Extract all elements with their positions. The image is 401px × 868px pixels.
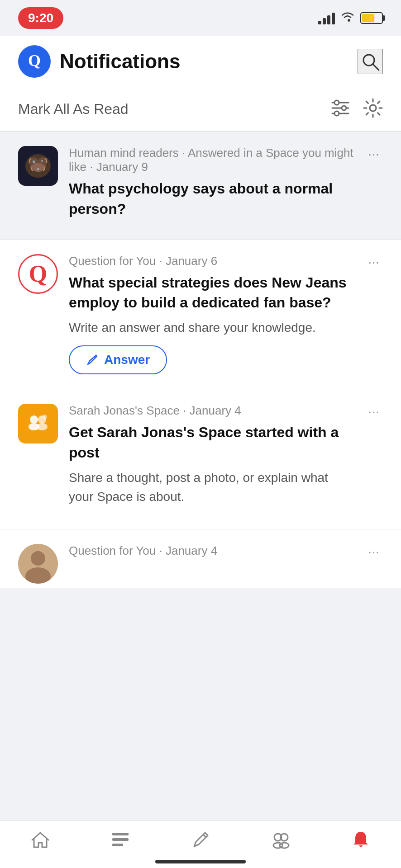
svg-line-3 [373,64,379,70]
notification-avatar [18,146,58,186]
nav-item-feed[interactable] [110,830,130,854]
search-button[interactable] [358,49,383,74]
svg-point-8 [342,106,346,110]
signal-icon [318,12,335,24]
mark-all-read-button[interactable]: Mark All As Read [18,101,129,118]
svg-point-25 [31,551,45,566]
nav-item-home[interactable] [30,830,50,854]
svg-rect-27 [112,833,129,835]
notification-avatar [18,544,58,584]
notification-item-partial[interactable]: Question for You · January 4 ··· [0,529,401,588]
notification-title: What psychology says about a normal pers… [69,179,353,219]
svg-line-30 [203,835,206,837]
svg-rect-29 [112,844,123,846]
status-icons: ⚡ [318,10,383,26]
header-left: Q Notifications [18,45,180,78]
notification-avatar: Q [18,254,58,294]
svg-rect-28 [112,838,129,841]
home-icon [30,830,50,854]
notification-item[interactable]: Sarah Jonas's Space · January 4 Get Sara… [0,389,401,529]
svg-point-10 [370,105,376,111]
toolbar: Mark All As Read [0,87,401,132]
spaces-icon [271,830,291,854]
app-logo: Q [18,45,51,78]
notification-meta: Question for You · January 6 [69,254,353,268]
svg-point-16 [41,160,43,162]
page-title: Notifications [60,50,180,73]
answer-button[interactable]: Answer [69,345,167,374]
svg-point-19 [30,415,38,424]
notification-content: Question for You · January 6 What specia… [69,254,353,375]
bell-icon [351,830,371,854]
svg-point-22 [37,423,48,430]
notification-content: Question for You · January 4 [69,544,353,562]
battery-icon: ⚡ [360,12,383,24]
notification-title: What special strategies does New Jeans e… [69,273,353,313]
notification-body: Write an answer and share your knowledge… [69,318,353,337]
answer-label: Answer [104,353,150,367]
svg-point-35 [280,843,289,848]
notification-content: Human mind readers · Answered in a Space… [69,146,353,225]
notification-item[interactable]: Q Question for You · January 6 What spec… [0,240,401,390]
header: Q Notifications [0,36,401,87]
feed-icon [110,830,130,854]
notification-item[interactable]: Human mind readers · Answered in a Space… [0,132,401,240]
write-icon [191,830,210,854]
svg-point-23 [43,415,47,419]
more-options-button[interactable]: ··· [364,146,383,161]
svg-point-15 [33,160,35,163]
notification-meta: Sarah Jonas's Space · January 4 [69,404,353,418]
notification-avatar [18,404,58,443]
notification-meta: Human mind readers · Answered in a Space… [69,146,353,174]
more-options-button[interactable]: ··· [364,544,383,559]
svg-point-7 [334,100,339,105]
svg-point-14 [32,163,44,172]
toolbar-actions [330,98,383,120]
svg-point-9 [334,111,339,116]
nav-item-spaces[interactable] [271,830,291,854]
nav-item-notifications[interactable] [351,830,371,854]
home-indicator [155,860,246,863]
status-time: 9:20 [18,7,63,29]
more-options-button[interactable]: ··· [364,404,383,419]
notification-title: Get Sarah Jonas's Space started with a p… [69,422,353,463]
notification-meta: Question for You · January 4 [69,544,353,558]
notification-body: Share a thought, post a photo, or explai… [69,468,353,506]
quora-icon: Q [18,254,58,294]
status-bar: 9:20 ⚡ [0,0,401,36]
notifications-list: Human mind readers · Answered in a Space… [0,132,401,588]
svg-point-17 [37,168,39,170]
svg-text:Q: Q [28,52,41,70]
notification-content: Sarah Jonas's Space · January 4 Get Sara… [69,404,353,514]
settings-icon[interactable] [363,98,383,120]
more-options-button[interactable]: ··· [364,254,383,269]
wifi-icon [340,10,355,26]
nav-item-write[interactable] [191,830,210,854]
filter-icon[interactable] [330,99,350,119]
